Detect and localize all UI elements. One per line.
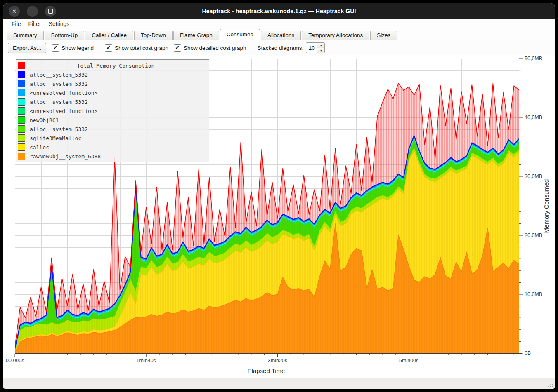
tab-caller-callee[interactable]: Caller / Callee (85, 31, 133, 40)
stacked-diagrams-spinner[interactable]: 10 ▲ ▼ (306, 42, 325, 53)
legend-item: alloc__system_5332 (16, 79, 209, 88)
tab-sizes[interactable]: Sizes (370, 31, 397, 40)
legend-label: alloc__system_5332 (30, 81, 88, 87)
legend-color-chip (18, 107, 25, 115)
toolbar-separator (252, 44, 252, 52)
consumed-chart-panel: 00.000s1min40s3min20s5min00s0B10,0MB20,0… (3, 55, 555, 378)
checkbox-show-detailed-cost-graph[interactable]: ✓Show detailed cost graph (174, 44, 246, 52)
tab-bottom-up[interactable]: Bottom-Up (45, 31, 85, 40)
y-axis-title: Memory Consumed (543, 179, 550, 233)
legend-color-chip (18, 98, 25, 106)
menu-file[interactable]: File (8, 20, 25, 28)
legend-label: newObjRC1 (30, 117, 59, 123)
tab-allocations[interactable]: Allocations (261, 31, 301, 40)
legend-label: alloc__system_5332 (30, 99, 88, 105)
legend-color-chip (18, 125, 25, 133)
checkbox-show-total-cost-graph[interactable]: ✓Show total cost graph (105, 44, 168, 52)
x-tick-label: 1min40s (137, 358, 156, 364)
y-tick-label: 20,0MB (525, 232, 542, 238)
legend-label: <unresolved function> (30, 108, 97, 114)
y-tick-label: 10,0MB (525, 291, 542, 297)
checkbox-box[interactable]: ✓ (174, 44, 181, 52)
legend-color-chip (18, 143, 25, 151)
checkbox-label[interactable]: Show total cost graph (115, 45, 168, 51)
close-icon[interactable]: ✕ (9, 6, 20, 17)
y-tick-label: 0B (525, 350, 531, 356)
tab-bar: SummaryBottom-UpCaller / CalleeTop-DownF… (3, 29, 555, 40)
x-tick-label: 00.000s (6, 358, 24, 364)
checkbox-box[interactable]: ✓ (105, 44, 112, 52)
legend-item: alloc__system_5332 (16, 124, 209, 134)
legend-item: alloc__system_5332 (16, 97, 209, 106)
legend-item: alloc__system_5332 (16, 70, 209, 79)
stacked-diagrams-value[interactable]: 10 (306, 43, 317, 53)
heaptrack-window: ✕ – Heaptrack - heaptrack.wakunode.1.gz … (3, 3, 555, 389)
legend-color-chip (18, 80, 25, 87)
legend-label: <unresolved function> (30, 90, 97, 96)
legend-item: rawNewObj__system_6388 (16, 152, 209, 161)
spinner-down-icon[interactable]: ▼ (317, 48, 324, 53)
tab-flame-graph[interactable]: Flame Graph (173, 31, 219, 40)
y-tick-label: 30,0MB (525, 174, 542, 179)
x-tick-label: 5min00s (399, 358, 418, 364)
resize-grip[interactable] (547, 382, 553, 387)
y-tick-label: 50,0MB (525, 56, 542, 61)
checkbox-show-legend[interactable]: ✓Show legend (52, 44, 94, 52)
legend-label: sqlite3MemMalloc (30, 135, 81, 141)
stacked-diagrams-label: Stacked diagrams: (258, 45, 304, 51)
toolbar-separator (99, 44, 99, 52)
legend-item: sqlite3MemMalloc (16, 134, 209, 143)
x-axis-title: Elapsed Time (248, 367, 285, 374)
export-as-button[interactable]: Export As... (8, 43, 46, 53)
legend-color-chip (18, 116, 25, 124)
window-title: Heaptrack - heaptrack.wakunode.1.gz — He… (3, 8, 555, 14)
checkbox-label[interactable]: Show legend (61, 45, 94, 51)
status-bar (3, 378, 555, 389)
legend-color-chip (18, 134, 25, 142)
menu-filter[interactable]: Filter (25, 20, 45, 28)
legend-item: calloc (16, 143, 209, 152)
legend-color-chip (18, 153, 25, 160)
legend-item: Total Memory Consumption (16, 61, 209, 70)
maximize-square (48, 9, 53, 14)
legend-label: Total Memory Consumption (25, 63, 206, 69)
tab-consumed[interactable]: Consumed (220, 29, 260, 40)
spinner-up-icon[interactable]: ▲ (317, 43, 324, 48)
window-controls: ✕ – (9, 3, 56, 19)
chart-legend: Total Memory Consumptionalloc__system_53… (16, 59, 209, 162)
legend-color-chip (18, 62, 25, 69)
band-texture (15, 136, 519, 353)
legend-label: calloc (30, 144, 49, 150)
legend-color-chip (18, 89, 25, 96)
tab-summary[interactable]: Summary (7, 31, 44, 40)
legend-label: alloc__system_5332 (30, 126, 88, 132)
titlebar: ✕ – Heaptrack - heaptrack.wakunode.1.gz … (3, 3, 555, 19)
legend-color-chip (18, 71, 25, 78)
legend-item: <unresolved function> (16, 106, 209, 115)
tab-temporary-allocations[interactable]: Temporary Allocations (302, 31, 369, 40)
legend-item: newObjRC1 (16, 115, 209, 124)
toolbar: Export As... ✓Show legend✓Show total cos… (3, 40, 555, 55)
menubar: FileFilterSettings (3, 19, 555, 29)
legend-item: <unresolved function> (16, 88, 209, 97)
checkbox-box[interactable]: ✓ (52, 44, 59, 52)
y-tick-label: 40,0MB (525, 115, 542, 120)
x-tick-label: 3min20s (268, 358, 287, 364)
menu-settings[interactable]: Settings (45, 20, 73, 28)
minimize-icon[interactable]: – (27, 6, 38, 17)
tab-top-down[interactable]: Top-Down (134, 31, 173, 40)
legend-label: rawNewObj__system_6388 (30, 153, 101, 160)
maximize-icon[interactable] (45, 6, 56, 17)
checkbox-label[interactable]: Show detailed cost graph (184, 45, 246, 51)
legend-label: alloc__system_5332 (30, 72, 88, 78)
